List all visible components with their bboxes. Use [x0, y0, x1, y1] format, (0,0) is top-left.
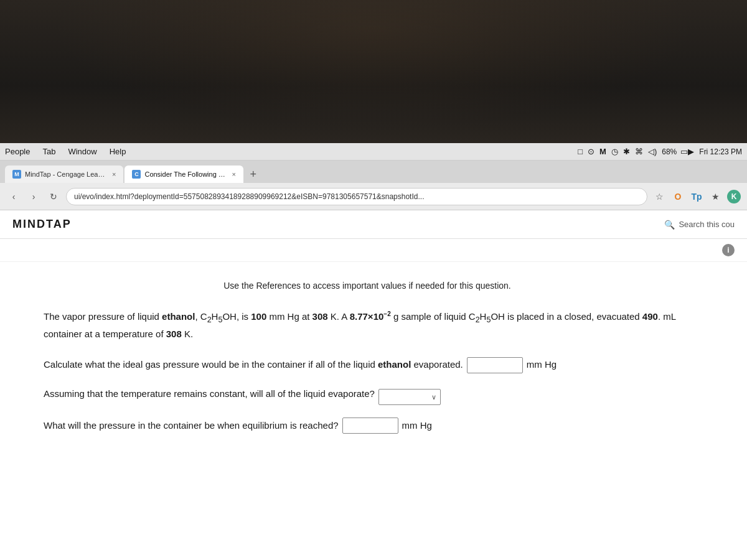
page-content: MINDTAP 🔍 Search this cou i Use the Refe…: [0, 210, 747, 560]
search-icon: 🔍: [664, 220, 675, 230]
references-note-text: Use the References to access important v…: [223, 281, 510, 291]
menu-bar-right: □ ⊙ M ◷ ✱ ⌘ ◁) 68% ▭▶ Fri 12:23 PM: [578, 147, 742, 156]
tab-mindtap[interactable]: M MindTap - Cengage Learning ×: [5, 166, 123, 183]
screen-icon: □: [578, 147, 583, 156]
back-button[interactable]: ‹: [6, 189, 21, 204]
part1-answer-input[interactable]: [467, 357, 523, 373]
forward-button[interactable]: ›: [26, 189, 41, 204]
tab-consider-close[interactable]: ×: [232, 170, 235, 178]
menu-people[interactable]: People: [5, 147, 30, 156]
datetime: Fri 12:23 PM: [699, 147, 742, 156]
clock-icon: ◷: [611, 147, 618, 156]
refresh-button[interactable]: ↻: [46, 189, 61, 204]
search-area[interactable]: 🔍 Search this cou: [664, 220, 735, 230]
part1-unit: mm Hg: [527, 357, 557, 373]
tab-mindtap-label: MindTap - Cengage Learning: [25, 170, 106, 178]
main-content: Use the References to access important v…: [31, 262, 716, 465]
url-text: ui/evo/index.html?deploymentId=557508289…: [74, 192, 424, 201]
chevron-down-icon: ∨: [431, 391, 436, 403]
mindtap-header: MINDTAP 🔍 Search this cou: [0, 210, 747, 239]
url-bar[interactable]: ui/evo/index.html?deploymentId=557508289…: [66, 188, 647, 205]
tab-mindtap-close[interactable]: ×: [112, 170, 116, 178]
question-part-3: What will the pressure in the container …: [44, 418, 691, 434]
tab-consider[interactable]: C Consider The Following Two A ×: [125, 166, 243, 183]
menu-help[interactable]: Help: [110, 147, 126, 156]
part2-text: Assuming that the temperature remains co…: [44, 386, 375, 402]
mail-icon: M: [599, 147, 606, 156]
info-icon[interactable]: i: [722, 244, 735, 256]
part3-text: What will the pressure in the container …: [44, 418, 339, 434]
star-filled-icon[interactable]: ★: [708, 190, 722, 203]
profile-icon[interactable]: K: [727, 190, 741, 203]
orange-circle-icon[interactable]: O: [671, 190, 685, 203]
question-part-1: Calculate what the ideal gas pressure wo…: [44, 357, 691, 373]
menu-bar: People Tab Window Help □ ⊙ M ◷ ✱ ⌘ ◁) 68…: [0, 143, 747, 161]
tab-consider-favicon: C: [132, 170, 141, 179]
part2-dropdown[interactable]: ∨: [378, 389, 441, 405]
mindtap-logo: MINDTAP: [12, 218, 72, 231]
star-icon[interactable]: ☆: [652, 190, 666, 203]
translate-icon[interactable]: Tp: [690, 190, 703, 203]
references-note: Use the References to access important v…: [44, 281, 691, 291]
part3-answer-input[interactable]: [342, 418, 398, 434]
battery-icon: ▭▶: [680, 147, 694, 156]
camera-icon: ⊙: [588, 147, 594, 156]
part3-unit: mm Hg: [402, 418, 432, 434]
question-intro: The vapor pressure of liquid ethanol, C2…: [44, 309, 691, 342]
address-bar: ‹ › ↻ ui/evo/index.html?deploymentId=557…: [0, 183, 747, 210]
battery-area: 68% ▭▶: [662, 147, 694, 156]
part1-text: Calculate what the ideal gas pressure wo…: [44, 357, 463, 373]
tab-mindtap-favicon: M: [12, 170, 21, 179]
new-tab-button[interactable]: +: [245, 166, 262, 183]
question-part-2: Assuming that the temperature remains co…: [44, 386, 691, 405]
menu-window[interactable]: Window: [68, 147, 96, 156]
question-block: The vapor pressure of liquid ethanol, C2…: [44, 309, 691, 434]
volume-icon: ◁): [648, 147, 657, 156]
tab-consider-label: Consider The Following Two A: [144, 170, 225, 178]
wifi-icon: ⌘: [635, 147, 643, 156]
menu-bar-left: People Tab Window Help: [5, 147, 578, 156]
menu-tab[interactable]: Tab: [42, 147, 55, 156]
address-icons: ☆ O Tp ★ K: [652, 190, 741, 203]
battery-pct: 68%: [662, 147, 677, 156]
desktop-background: [0, 0, 747, 143]
browser-chrome: M MindTap - Cengage Learning × C Conside…: [0, 161, 747, 210]
bluetooth-icon: ✱: [623, 147, 630, 156]
search-label: Search this cou: [679, 220, 735, 229]
tab-bar: M MindTap - Cengage Learning × C Conside…: [0, 161, 747, 183]
info-bar: i: [0, 239, 747, 262]
